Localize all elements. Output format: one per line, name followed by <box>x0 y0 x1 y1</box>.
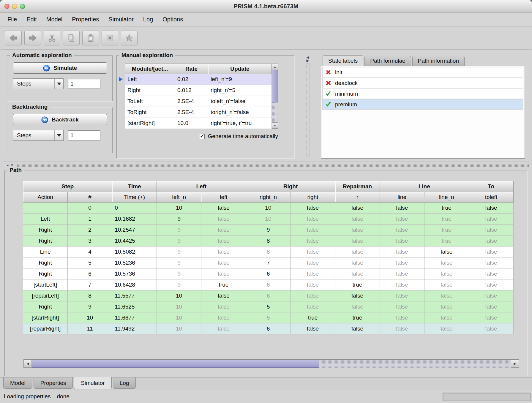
path-cell[interactable]: false <box>291 301 335 312</box>
manual-cell[interactable]: Right <box>125 85 175 96</box>
path-horizontal-scrollbar[interactable]: ◀ ▶ <box>23 359 519 368</box>
path-cell[interactable]: 9 <box>157 225 201 236</box>
toolbar-copy-button[interactable] <box>63 31 80 45</box>
manual-row[interactable]: ToLeft2.5E-4toleft_n'=false <box>125 96 272 107</box>
manual-cell[interactable]: ToRight <box>125 107 175 118</box>
path-row[interactable]: 0010false10falsefalsefalsetruefalse <box>23 203 514 214</box>
path-cell[interactable]: false <box>380 290 424 301</box>
menu-item-properties[interactable]: Properties <box>67 16 104 23</box>
manual-cell[interactable]: 2.5E-4 <box>175 107 208 118</box>
path-cell[interactable]: true <box>424 225 469 236</box>
path-cell[interactable]: false <box>291 203 335 214</box>
path-cell[interactable]: 5 <box>246 301 291 312</box>
toolbar-undo-arrow-button[interactable] <box>5 31 22 45</box>
path-cell[interactable]: false <box>291 290 335 301</box>
menu-item-file[interactable]: File <box>3 16 22 23</box>
splitter-arrows-icon[interactable]: ◀▶ <box>306 56 309 62</box>
path-cell[interactable]: false <box>201 225 246 236</box>
manual-cell[interactable]: [startRight] <box>125 118 175 129</box>
path-cell[interactable]: false <box>469 246 513 257</box>
path-cell[interactable]: 10 <box>68 312 112 323</box>
bottom-tab-log[interactable]: Log <box>113 377 136 389</box>
path-cell[interactable]: false <box>201 268 246 279</box>
path-row[interactable]: Right210.25479false9falsefalsefalsetruef… <box>23 225 514 236</box>
vertical-splitter-handle[interactable] <box>306 63 310 157</box>
path-cell[interactable]: false <box>201 312 246 323</box>
path-cell[interactable]: false <box>335 214 380 225</box>
backtrack-steps-input[interactable] <box>68 130 100 140</box>
state-label-deadlock[interactable]: deadlock <box>322 78 523 88</box>
path-cell[interactable]: 10 <box>157 301 201 312</box>
path-cell[interactable]: [startLeft] <box>23 279 68 290</box>
path-cell[interactable]: 10.4425 <box>112 236 157 246</box>
manual-cell[interactable]: right_n'=5 <box>208 85 272 96</box>
simulate-steps-input[interactable] <box>68 79 100 89</box>
path-cell[interactable]: false <box>291 246 335 257</box>
path-cell[interactable]: 10 <box>246 214 291 225</box>
path-cell[interactable]: 8 <box>68 290 112 301</box>
path-cell[interactable]: Right <box>23 236 68 246</box>
path-cell[interactable]: 10.5082 <box>112 246 157 257</box>
path-cell[interactable]: true <box>335 312 380 323</box>
simulate-button[interactable]: Simulate <box>13 62 107 74</box>
path-row[interactable]: [startLeft]710.64289true6falsetruefalsef… <box>23 279 514 290</box>
path-cell[interactable]: false <box>380 236 424 246</box>
path-cell[interactable]: false <box>335 268 380 279</box>
menu-item-simulator[interactable]: Simulator <box>104 16 138 23</box>
path-cell[interactable]: true <box>291 312 335 323</box>
path-cell[interactable]: 9 <box>157 214 201 225</box>
path-cell[interactable]: 11.6677 <box>112 312 157 323</box>
manual-cell[interactable]: 0.012 <box>175 85 208 96</box>
path-cell[interactable]: 10.1682 <box>112 214 157 225</box>
path-cell[interactable]: false <box>380 246 424 257</box>
horizontal-splitter[interactable]: ▲▼ <box>3 162 529 168</box>
path-cell[interactable]: false <box>201 323 246 334</box>
path-cell[interactable]: 8 <box>246 236 291 246</box>
path-cell[interactable]: true <box>424 214 469 225</box>
bottom-tab-model[interactable]: Model <box>3 377 32 389</box>
path-cell[interactable]: false <box>469 279 513 290</box>
menu-item-log[interactable]: Log <box>138 16 158 23</box>
path-scroll-thumb[interactable] <box>32 360 319 368</box>
path-cell[interactable]: false <box>469 225 513 236</box>
path-row[interactable]: Line410.50829false8falsefalsefalsefalsef… <box>23 246 514 257</box>
path-cell[interactable]: 9 <box>157 257 201 268</box>
manual-cell[interactable]: toleft_n'=false <box>208 96 272 107</box>
manual-cell[interactable]: right'=true, r'=tru <box>208 118 272 129</box>
tab-state-labels[interactable]: State labels <box>323 55 363 66</box>
path-cell[interactable]: 10.5736 <box>112 268 157 279</box>
bottom-tab-properties[interactable]: Properties <box>34 377 73 389</box>
path-cell[interactable]: 10.6428 <box>112 279 157 290</box>
path-cell[interactable]: false <box>424 246 469 257</box>
path-cell[interactable]: 9 <box>157 236 201 246</box>
manual-scroll-thumb[interactable] <box>272 70 278 102</box>
tab-path-information[interactable]: Path information <box>412 56 465 66</box>
path-cell[interactable]: false <box>380 257 424 268</box>
traffic-light-zoom-button[interactable] <box>20 4 25 9</box>
path-row[interactable]: Right510.52369false7falsefalsefalsefalse… <box>23 257 514 268</box>
path-cell[interactable]: 0 <box>68 203 112 214</box>
traffic-light-close-button[interactable] <box>4 4 10 9</box>
path-row[interactable]: Left110.16829false10falsefalsefalsetruef… <box>23 214 514 225</box>
path-cell[interactable]: false <box>335 203 380 214</box>
path-row[interactable]: [repairLeft]811.557710false6falsefalsefa… <box>23 290 514 301</box>
path-cell[interactable]: [startRight] <box>23 312 68 323</box>
path-cell[interactable]: false <box>335 236 380 246</box>
path-cell[interactable]: 10 <box>157 290 201 301</box>
toolbar-star-button[interactable] <box>121 31 138 45</box>
path-cell[interactable]: false <box>424 323 469 334</box>
path-cell[interactable]: 5 <box>246 312 291 323</box>
path-cell[interactable]: false <box>201 246 246 257</box>
path-cell[interactable]: false <box>335 290 380 301</box>
toolbar-delete-button[interactable] <box>102 31 118 45</box>
path-cell[interactable]: 11.6525 <box>112 301 157 312</box>
path-cell[interactable]: 5 <box>68 257 112 268</box>
path-cell[interactable]: 3 <box>68 236 112 246</box>
path-cell[interactable]: 1 <box>68 214 112 225</box>
path-cell[interactable]: Left <box>23 214 68 225</box>
path-cell[interactable]: false <box>380 268 424 279</box>
path-cell[interactable]: false <box>424 279 469 290</box>
horizontal-splitter-handle[interactable] <box>17 164 529 167</box>
path-scroll-track[interactable] <box>32 360 511 368</box>
toolbar-cut-button[interactable] <box>44 31 60 45</box>
